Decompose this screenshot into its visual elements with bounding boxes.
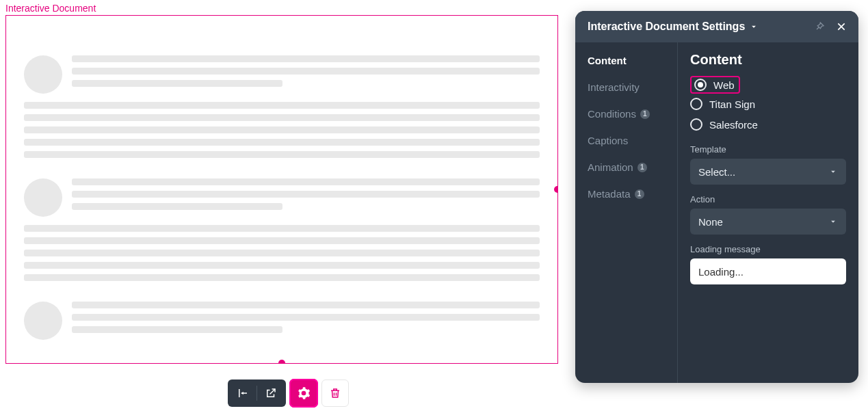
resize-handle-bottom[interactable] xyxy=(278,360,285,364)
radio-titan-label: Titan Sign xyxy=(709,98,755,110)
nav-interactivity[interactable]: Interactivity xyxy=(588,81,672,93)
component-toolbar xyxy=(228,379,349,407)
radio-sf-label: Salesforce xyxy=(709,119,758,131)
nav-animation-label: Animation xyxy=(588,161,633,173)
nav-conditions-badge: 1 xyxy=(640,109,650,119)
interactive-document-frame[interactable] xyxy=(5,15,558,364)
radio-web-label: Web xyxy=(713,79,735,91)
gear-icon xyxy=(297,386,311,400)
chevron-down-icon xyxy=(828,217,838,226)
panel-title[interactable]: Interactive Document Settings xyxy=(588,21,745,33)
resize-handle-right[interactable] xyxy=(554,186,558,193)
panel-content: Content Web Titan Sign Salesforce Templa… xyxy=(678,42,858,383)
action-label: Action xyxy=(690,194,846,204)
nav-animation-badge: 1 xyxy=(637,163,647,172)
radio-salesforce[interactable]: Salesforce xyxy=(690,114,846,135)
nav-captions[interactable]: Captions xyxy=(588,135,672,146)
open-external-icon xyxy=(265,387,277,399)
settings-button[interactable] xyxy=(290,379,317,407)
template-select[interactable]: Select... xyxy=(690,159,846,185)
radio-icon xyxy=(690,98,702,110)
component-label: Interactive Document xyxy=(5,3,96,14)
close-button[interactable] xyxy=(832,18,850,36)
open-external-button[interactable] xyxy=(260,382,282,404)
radio-titan-sign[interactable]: Titan Sign xyxy=(690,94,846,114)
close-icon xyxy=(836,21,847,32)
nav-conditions-label: Conditions xyxy=(588,108,636,120)
panel-header: Interactive Document Settings xyxy=(575,11,858,42)
document-placeholder xyxy=(6,40,557,363)
settings-panel: Interactive Document Settings Content In… xyxy=(575,11,858,383)
radio-web-highlight: Web xyxy=(690,76,740,94)
align-left-icon xyxy=(237,387,249,399)
pin-button[interactable] xyxy=(811,18,828,36)
pin-icon xyxy=(814,21,825,32)
loading-message-label: Loading message xyxy=(690,244,846,254)
nav-conditions[interactable]: Conditions 1 xyxy=(588,108,672,120)
loading-message-input[interactable] xyxy=(690,258,846,284)
nav-metadata-badge: 1 xyxy=(635,189,644,199)
action-value: None xyxy=(698,216,723,228)
chevron-down-icon xyxy=(828,167,838,176)
delete-button[interactable] xyxy=(321,379,349,407)
align-left-button[interactable] xyxy=(232,382,254,404)
template-label: Template xyxy=(690,144,846,155)
nav-animation[interactable]: Animation 1 xyxy=(588,161,672,173)
panel-nav: Content Interactivity Conditions 1 Capti… xyxy=(575,42,678,383)
nav-metadata[interactable]: Metadata 1 xyxy=(588,188,672,200)
chevron-down-icon[interactable] xyxy=(749,22,759,31)
action-select[interactable]: None xyxy=(690,209,846,235)
content-heading: Content xyxy=(690,52,846,68)
radio-icon xyxy=(694,79,707,91)
trash-icon xyxy=(329,387,341,399)
template-value: Select... xyxy=(698,166,735,178)
nav-content[interactable]: Content xyxy=(588,55,672,66)
toolbar-group xyxy=(228,379,286,407)
radio-web[interactable]: Web xyxy=(694,79,735,91)
radio-icon xyxy=(690,118,702,131)
nav-metadata-label: Metadata xyxy=(588,188,631,200)
